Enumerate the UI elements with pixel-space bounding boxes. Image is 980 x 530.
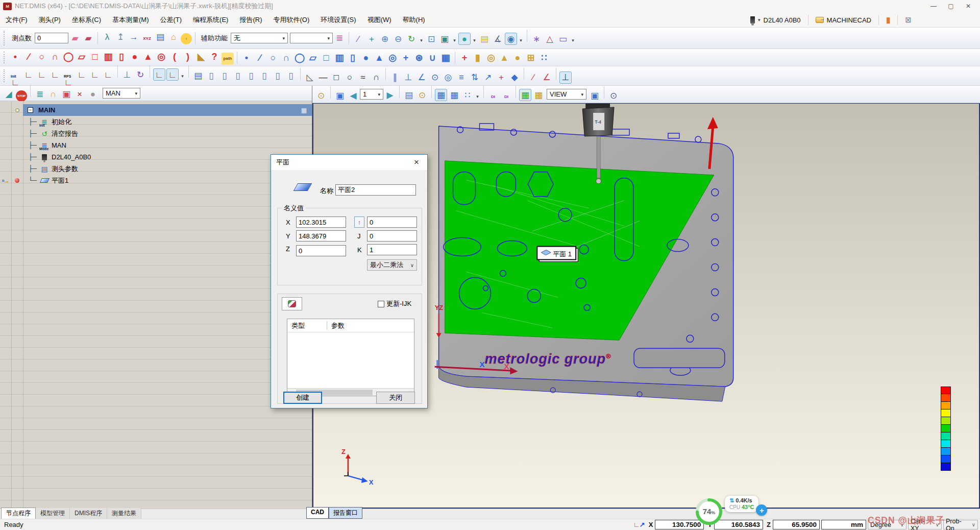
table-timer-icon[interactable]: ▦ [532,89,545,101]
line2d-icon[interactable]: — [317,71,329,84]
pick-star-icon[interactable]: ∗ [530,33,543,45]
cs-6point-icon[interactable]: ∟ [76,68,88,81]
circle-construct-icon[interactable]: ○ [267,52,279,64]
angle-measure-red-icon[interactable]: ∠ [541,71,553,84]
unknown-feature-icon[interactable]: ? [208,51,220,63]
ellipse-construct-icon[interactable]: ◯ [293,52,306,64]
circle-feature-icon[interactable]: ○ [36,51,48,63]
highlight-brush-icon[interactable]: ∕ [352,33,364,45]
offline-computer-icon[interactable]: ⊠ [905,15,912,25]
run-alarm-icon[interactable]: ⊙ [315,90,327,102]
annotation-note-icon[interactable]: ▤ [478,33,491,45]
tab-报告窗口[interactable]: 报告窗口 [329,507,362,519]
home-position-icon[interactable]: ⌂ [167,31,180,43]
slot-construct-icon[interactable]: ▥ [333,52,346,64]
pan-view-icon[interactable]: + [365,33,378,45]
x-input[interactable] [296,216,346,228]
performance-widget[interactable]: 74% ⇅ 0.4K/s CPU 43°C + [694,497,767,526]
cs-cube-icon[interactable]: ∟ [36,68,48,81]
tree-row-平面1[interactable]: »→└─平面1 [0,175,312,186]
probe-view-options-icon[interactable]: ▾ [518,34,524,46]
tree-node[interactable]: −MAIN▦ [23,104,312,116]
manual-measure-icon[interactable]: λ [101,31,113,43]
minimize-button[interactable]: — [925,3,942,10]
fit-method-select[interactable]: 最小二乘法∨ [367,259,417,271]
rect-construct-icon[interactable]: □ [320,52,332,64]
arc-construct-icon[interactable]: ∩ [280,52,292,64]
probe-view-icon[interactable]: ◉ [505,33,517,45]
monitor-icon[interactable]: ▭ [557,33,569,45]
toolbar-grip[interactable] [4,31,6,45]
updown-icon[interactable]: ⇅ [469,71,481,84]
concave-surface-icon[interactable]: ( [168,51,181,63]
gold-ring-icon[interactable]: ◎ [485,52,497,64]
probe-report-icon[interactable]: ▤ [154,31,166,43]
tree-node[interactable]: ├─↺清空报告 [23,128,312,139]
save-report-icon[interactable]: ▣ [334,90,346,102]
dmis-edit-icon[interactable]: DI [487,91,499,103]
ellipse-feature-icon[interactable]: ◯ [62,51,75,63]
ball-insert-icon[interactable]: ● [87,88,99,101]
update-ijk-checkbox[interactable]: 更新-IJK [378,299,411,308]
cyl-top-icon[interactable]: ▯ [205,70,217,82]
tree-node[interactable]: └─平面1 [23,175,312,186]
cylinder-feature-icon[interactable]: ▯ [115,51,128,63]
collapse-icon[interactable]: − [28,107,33,113]
plane-feature-icon[interactable]: ▱ [76,51,88,63]
tab-CAD[interactable]: CAD [306,507,329,519]
matrix-dots-icon[interactable]: ∷ [538,52,550,64]
j-input[interactable] [367,230,417,242]
gold-cylinder-icon[interactable]: ▮ [472,52,484,64]
dmis-pick-icon[interactable]: DI [500,91,512,103]
dialog-title-bar[interactable]: 平面 × [271,155,427,170]
slot-feature-icon[interactable]: ▥ [102,51,114,63]
sphere-construct-icon[interactable]: ● [360,52,372,64]
zoom-out-icon[interactable]: ⊖ [392,33,404,45]
menu-item[interactable]: 视图(W) [362,12,397,27]
u-profile-icon[interactable]: ∪ [426,52,438,64]
clear-point-icon[interactable]: ▰ [69,32,81,44]
view-select[interactable]: VIEW▾ [547,89,586,100]
menu-item[interactable]: 环境设置(S) [315,12,361,27]
level-icon[interactable]: ◺ [304,71,316,84]
zoom-in-icon[interactable]: ⊕ [379,33,391,45]
cone-feature-icon[interactable]: ▲ [142,51,154,63]
torus-construct-icon[interactable]: ◎ [386,52,399,64]
tab-DMIS程序[interactable]: DMIS程序 [70,508,107,519]
diamond-icon[interactable]: ◆ [508,71,521,84]
probe-mode-select[interactable]: Prob-On∨ [943,520,978,529]
menu-item[interactable]: 报告(R) [234,12,267,27]
gold-sphere-icon[interactable]: ● [511,52,524,64]
expand-plus-button[interactable]: + [756,504,767,516]
delete-feature-icon[interactable]: × [74,88,86,101]
tree-row-清空报告[interactable]: ├─↺清空报告 [0,128,312,139]
measure-tab-button[interactable] [282,297,302,310]
active-probe-label[interactable]: D2L40 A0B0 [764,16,801,24]
tree-row-D2L40_A0B0[interactable]: ├─D2L40_A0B0 [0,151,312,163]
k-input[interactable] [367,244,417,255]
toolbar-grip[interactable] [4,69,6,83]
menu-item[interactable]: 文件(F) [0,12,33,27]
cs-cylinder-icon[interactable]: ∟ [89,68,101,81]
stop-icon[interactable]: STOP [16,90,27,102]
clear-all-points-icon[interactable]: ▰ [82,32,94,44]
angle-mode-select[interactable]: Degree∨ [868,520,906,529]
rect-feature-icon[interactable]: □ [89,51,101,63]
probe-angle-icon[interactable]: ∡ [492,33,504,45]
aux-value-select[interactable]: ▾ [290,33,333,43]
cone-construct-icon[interactable]: ▲ [373,52,385,64]
save-view-icon[interactable]: ▣ [589,90,601,102]
rotate-options-icon[interactable]: ▾ [419,34,424,46]
rotate-view-icon[interactable]: ↻ [405,33,418,45]
path-icon[interactable]: path [222,53,234,65]
shaded-view-icon[interactable]: ● [458,33,471,45]
shade-options-icon[interactable]: ▾ [472,34,477,46]
table-pick-icon[interactable]: ▦ [448,89,460,101]
menu-item[interactable]: 专用软件(O) [268,12,315,27]
live-table-icon[interactable]: ▦ [519,89,531,101]
preview-icon[interactable]: ⊙ [607,90,620,102]
create-button[interactable]: 创建 [283,392,322,404]
gear-icon[interactable]: ⊛ [413,52,425,64]
angle-ruler-icon[interactable]: ◣ [195,51,207,63]
mode-select[interactable]: MAN▾ [103,88,140,99]
